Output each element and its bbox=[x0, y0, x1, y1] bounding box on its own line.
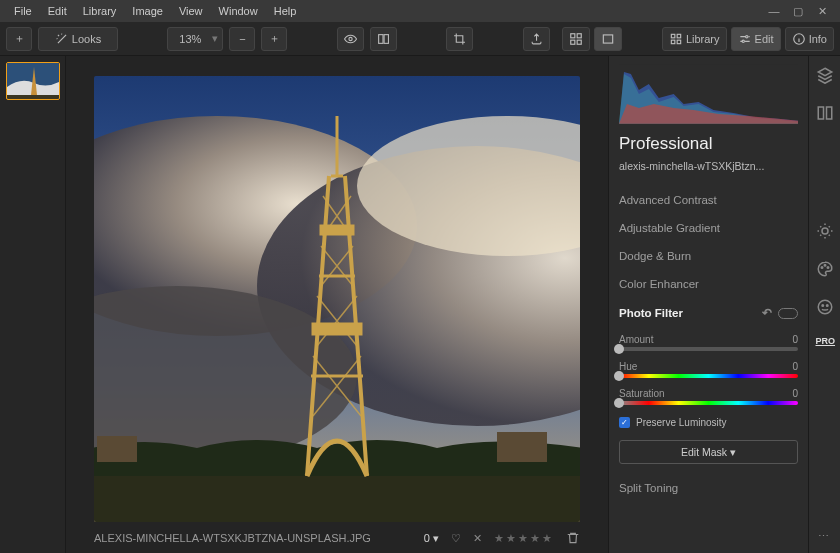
layers-button[interactable] bbox=[816, 66, 834, 84]
layers-icon bbox=[816, 66, 834, 84]
eye-icon bbox=[344, 32, 357, 46]
menu-bar: File Edit Library Image View Window Help… bbox=[0, 0, 840, 22]
photo-image bbox=[94, 76, 580, 522]
reject-button[interactable]: ✕ bbox=[473, 532, 482, 545]
slider-amount[interactable]: Amount0 bbox=[619, 334, 798, 351]
tool-color-enhancer[interactable]: Color Enhancer bbox=[619, 270, 798, 298]
status-filename: ALEXIS-MINCHELLA-WTSXKJBTZNA-UNSPLASH.JP… bbox=[94, 532, 371, 544]
menu-image[interactable]: Image bbox=[124, 0, 171, 22]
svg-rect-1 bbox=[378, 34, 382, 43]
menu-edit[interactable]: Edit bbox=[40, 0, 75, 22]
info-icon bbox=[792, 32, 806, 46]
zoom-in-button[interactable]: ＋ bbox=[261, 27, 287, 51]
image-viewport[interactable] bbox=[94, 76, 580, 525]
add-button[interactable]: ＋ bbox=[6, 27, 32, 51]
creative-button[interactable] bbox=[816, 260, 834, 278]
tab-library[interactable]: Library bbox=[662, 27, 727, 51]
window-controls: — ▢ ✕ bbox=[768, 5, 834, 18]
menu-library[interactable]: Library bbox=[75, 0, 125, 22]
zoom-out-button[interactable]: − bbox=[229, 27, 255, 51]
portrait-button[interactable] bbox=[816, 298, 834, 316]
status-bar: ALEXIS-MINCHELLA-WTSXKJBTZNA-UNSPLASH.JP… bbox=[66, 525, 608, 553]
essentials-button[interactable] bbox=[816, 222, 834, 240]
palette-icon bbox=[816, 260, 834, 278]
svg-point-33 bbox=[818, 300, 832, 314]
more-button[interactable]: ⋯ bbox=[818, 530, 831, 543]
svg-rect-3 bbox=[571, 33, 575, 37]
svg-rect-24 bbox=[321, 226, 353, 234]
thumbnail[interactable] bbox=[6, 62, 60, 100]
svg-rect-9 bbox=[677, 34, 681, 38]
tool-photo-filter[interactable]: Photo Filter ↶ bbox=[619, 298, 798, 328]
close-button[interactable]: ✕ bbox=[816, 5, 828, 18]
trash-icon bbox=[566, 531, 580, 545]
tool-split-toning[interactable]: Split Toning bbox=[619, 474, 798, 502]
svg-rect-28 bbox=[826, 107, 831, 119]
svg-point-12 bbox=[745, 35, 747, 37]
svg-point-0 bbox=[349, 37, 352, 40]
tool-adjustable-gradient[interactable]: Adjustable Gradient bbox=[619, 214, 798, 242]
svg-rect-4 bbox=[577, 33, 581, 37]
main-area: ALEXIS-MINCHELLA-WTSXKJBTZNA-UNSPLASH.JP… bbox=[0, 56, 840, 553]
tool-advanced-contrast[interactable]: Advanced Contrast bbox=[619, 186, 798, 214]
crop-icon bbox=[453, 32, 466, 46]
svg-point-13 bbox=[742, 40, 744, 42]
menu-file[interactable]: File bbox=[6, 0, 40, 22]
svg-rect-5 bbox=[571, 40, 575, 44]
export-button[interactable] bbox=[523, 27, 550, 51]
svg-point-31 bbox=[824, 265, 826, 267]
slider-saturation[interactable]: Saturation0 bbox=[619, 388, 798, 405]
grid-view-button[interactable] bbox=[562, 27, 590, 51]
tool-dodge-burn[interactable]: Dodge & Burn bbox=[619, 242, 798, 270]
trash-button[interactable] bbox=[566, 531, 580, 545]
rating-label-dropdown[interactable]: 0 ▾ bbox=[424, 532, 439, 545]
minimize-button[interactable]: — bbox=[768, 5, 780, 18]
tool-reset-controls: ↶ bbox=[762, 306, 798, 320]
export-icon bbox=[530, 32, 543, 46]
menu-window[interactable]: Window bbox=[211, 0, 266, 22]
svg-point-35 bbox=[826, 305, 828, 307]
tab-info[interactable]: Info bbox=[785, 27, 834, 51]
split-icon bbox=[816, 104, 834, 122]
sun-icon bbox=[816, 222, 834, 240]
svg-rect-7 bbox=[603, 34, 612, 42]
toolbar: ＋ Looks 13% ▾ − ＋ Library bbox=[0, 22, 840, 56]
edit-panel: Professional alexis-minchella-wTSXKjBtzn… bbox=[608, 56, 808, 553]
star-rating[interactable]: ★★★★★ bbox=[494, 532, 554, 545]
svg-point-29 bbox=[822, 228, 828, 234]
face-icon bbox=[816, 298, 834, 316]
preserve-luminosity-checkbox[interactable]: ✓ Preserve Luminosity bbox=[619, 417, 798, 428]
svg-rect-25 bbox=[313, 324, 361, 334]
single-view-button[interactable] bbox=[594, 27, 622, 51]
svg-rect-10 bbox=[671, 40, 675, 44]
menu-help[interactable]: Help bbox=[266, 0, 305, 22]
compare-panel-button[interactable] bbox=[816, 104, 834, 122]
slider-hue[interactable]: Hue0 bbox=[619, 361, 798, 378]
svg-rect-11 bbox=[677, 40, 681, 44]
preset-title: Professional bbox=[619, 134, 798, 154]
svg-rect-2 bbox=[384, 34, 388, 43]
compare-icon bbox=[377, 32, 390, 46]
svg-point-30 bbox=[821, 267, 823, 269]
thumbnail-image bbox=[7, 63, 60, 100]
canvas-area: ALEXIS-MINCHELLA-WTSXKJBTZNA-UNSPLASH.JP… bbox=[66, 56, 608, 553]
crop-button[interactable] bbox=[446, 27, 473, 51]
pro-button[interactable]: PRO bbox=[816, 336, 834, 354]
preview-toggle[interactable] bbox=[337, 27, 364, 51]
maximize-button[interactable]: ▢ bbox=[792, 5, 804, 18]
svg-rect-6 bbox=[577, 40, 581, 44]
zoom-value[interactable]: 13% bbox=[172, 33, 208, 45]
favorite-toggle[interactable]: ♡ bbox=[451, 532, 461, 545]
check-icon: ✓ bbox=[619, 417, 630, 428]
looks-button[interactable]: Looks bbox=[38, 27, 118, 51]
menu-view[interactable]: View bbox=[171, 0, 211, 22]
tab-edit[interactable]: Edit bbox=[731, 27, 781, 51]
zoom-control: 13% ▾ bbox=[167, 27, 223, 51]
preset-filename: alexis-minchella-wTSXKjBtzn... bbox=[619, 160, 798, 172]
compare-toggle[interactable] bbox=[370, 27, 397, 51]
tool-sidebar: PRO ⋯ bbox=[808, 56, 840, 553]
edit-mask-button[interactable]: Edit Mask ▾ bbox=[619, 440, 798, 464]
sliders-icon bbox=[738, 32, 752, 46]
svg-point-34 bbox=[822, 305, 824, 307]
svg-point-32 bbox=[827, 267, 829, 269]
